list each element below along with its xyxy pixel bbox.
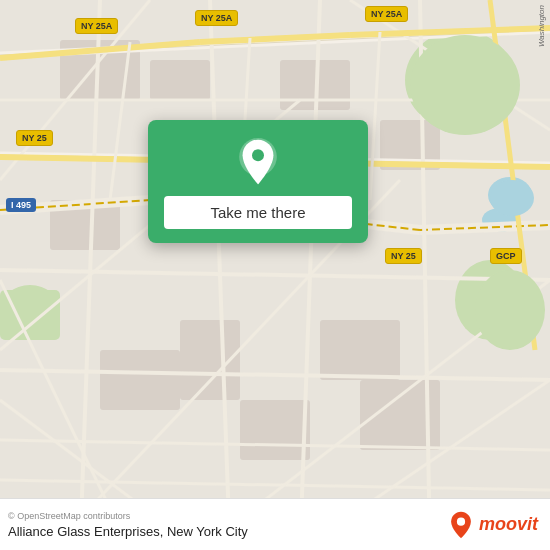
- route-label-gcp: GCP: [490, 248, 522, 264]
- bottom-bar: © OpenStreetMap contributors Alliance Gl…: [0, 498, 550, 550]
- location-pin-icon: [234, 138, 282, 186]
- park-area-1: [410, 35, 520, 135]
- moovit-logo: moovit: [447, 511, 538, 539]
- route-label-ny25a-1: NY 25A: [75, 18, 118, 34]
- route-label-ny25a-3: NY 25A: [365, 6, 408, 22]
- take-me-there-button[interactable]: Take me there: [164, 196, 352, 229]
- park-area-2: [475, 270, 545, 350]
- svg-point-53: [252, 149, 264, 161]
- svg-rect-8: [150, 60, 210, 100]
- route-label-ny25-3: NY 25: [385, 248, 422, 264]
- svg-rect-15: [240, 400, 310, 460]
- route-label-ny25a-2: NY 25A: [195, 10, 238, 26]
- location-card: Take me there: [148, 120, 368, 243]
- moovit-text: moovit: [479, 514, 538, 535]
- svg-rect-9: [320, 320, 400, 380]
- attribution-text: © OpenStreetMap contributors: [8, 511, 248, 521]
- moovit-pin-icon: [447, 511, 475, 539]
- water-area: [490, 180, 534, 216]
- location-title: Alliance Glass Enterprises, New York Cit…: [8, 524, 248, 539]
- svg-rect-14: [100, 350, 180, 410]
- route-label-i495-1: I 495: [6, 198, 36, 212]
- washington-label: Washington: [537, 5, 546, 47]
- route-label-ny25-1: NY 25: [16, 130, 53, 146]
- map-container: NY 25A NY 25A NY 25A NY 25 NY 25 NY 25 I…: [0, 0, 550, 550]
- svg-point-54: [457, 517, 465, 525]
- bottom-left-info: © OpenStreetMap contributors Alliance Gl…: [8, 511, 248, 539]
